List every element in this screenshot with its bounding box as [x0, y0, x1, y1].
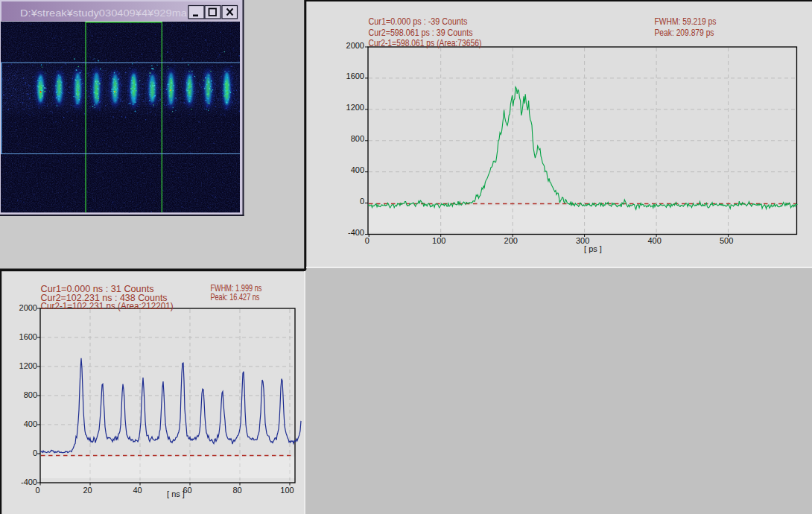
svg-text:Cur2-1=598.061 ps (Area:73656): Cur2-1=598.061 ps (Area:73656) [369, 38, 482, 48]
svg-text:20: 20 [83, 486, 92, 495]
svg-text:Peak: 16.427 ns: Peak: 16.427 ns [210, 292, 259, 302]
svg-text:0: 0 [33, 448, 37, 457]
svg-text:Cur1=0.000 ps : -39 Counts: Cur1=0.000 ps : -39 Counts [369, 16, 468, 27]
svg-text:40: 40 [133, 486, 142, 495]
svg-text:1600: 1600 [19, 332, 37, 341]
svg-text:0: 0 [35, 486, 39, 495]
svg-text:-400: -400 [348, 228, 364, 237]
svg-text:1200: 1200 [19, 361, 37, 370]
svg-text:D:¥streak¥study030409¥4¥929ma: D:¥streak¥study030409¥4¥929ma [20, 7, 188, 19]
svg-text:400: 400 [351, 165, 364, 174]
svg-text:500: 500 [720, 236, 733, 245]
svg-text:[ ns ]: [ ns ] [167, 489, 185, 498]
svg-text:Peak: 209.879 ps: Peak: 209.879 ps [655, 28, 714, 38]
svg-text:400: 400 [647, 236, 661, 245]
svg-text:[ ps ]: [ ps ] [584, 244, 602, 253]
svg-text:400: 400 [24, 419, 37, 428]
svg-text:800: 800 [24, 390, 37, 399]
svg-text:-400: -400 [21, 477, 37, 486]
svg-text:Cur2=598.061 ps : 39 Counts: Cur2=598.061 ps : 39 Counts [369, 28, 473, 38]
svg-text:2000: 2000 [19, 303, 37, 312]
svg-text:800: 800 [351, 134, 364, 143]
svg-text:1200: 1200 [346, 103, 364, 112]
svg-text:Cur2-1=102.231 ns (Area:212201: Cur2-1=102.231 ns (Area:212201) [41, 301, 174, 311]
svg-text:80: 80 [232, 486, 241, 495]
svg-text:100: 100 [280, 486, 294, 495]
svg-text:1600: 1600 [346, 72, 364, 80]
svg-text:200: 200 [504, 236, 518, 245]
svg-text:0: 0 [365, 236, 369, 245]
svg-text:FWHM: 59.219 ps: FWHM: 59.219 ps [655, 16, 717, 27]
svg-text:100: 100 [432, 236, 445, 245]
svg-text:0: 0 [360, 197, 364, 206]
svg-text:2000: 2000 [346, 41, 364, 50]
